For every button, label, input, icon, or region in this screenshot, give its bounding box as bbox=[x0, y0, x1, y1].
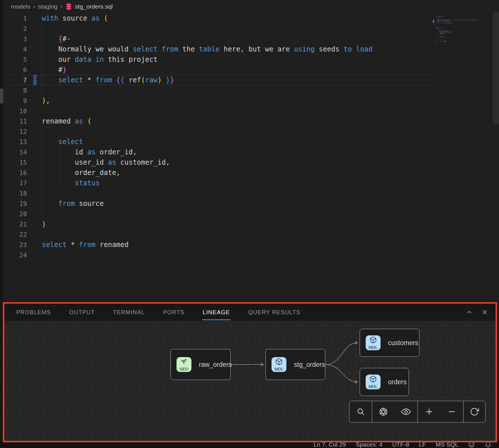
code-line[interactable]: 16 order_date, bbox=[3, 168, 433, 178]
line-number: 14 bbox=[3, 149, 27, 156]
vscode-window: models › staging › stg_orders.sql 1with … bbox=[0, 0, 499, 448]
panel-tab-problems[interactable]: PROBLEMS bbox=[16, 304, 51, 321]
cube-icon bbox=[275, 358, 283, 367]
node-label: stg_orders bbox=[294, 361, 325, 369]
code-line[interactable]: 3 {#- bbox=[3, 34, 433, 44]
status-item-ms-sql[interactable]: MS SQL bbox=[436, 441, 458, 448]
code-line[interactable]: 17 status bbox=[3, 178, 433, 188]
code-editor[interactable]: 1with source as (23 {#-4 Normally we wou… bbox=[3, 13, 433, 260]
breadcrumb-item-staging[interactable]: staging bbox=[38, 3, 58, 10]
code-line[interactable]: 14 id as order_id, bbox=[3, 147, 433, 157]
code-line[interactable]: 9), bbox=[3, 95, 433, 106]
search-button[interactable] bbox=[356, 407, 365, 416]
code-line[interactable]: 11renamed as ( bbox=[3, 116, 433, 126]
code-line[interactable]: 15 user_id as customer_id, bbox=[3, 157, 433, 168]
status-item-ln-7-col-29[interactable]: Ln 7, Col 29 bbox=[314, 441, 346, 448]
line-number: 3 bbox=[3, 35, 27, 43]
panel-tab-terminal[interactable]: TERMINAL bbox=[113, 304, 145, 321]
breadcrumb-file-name[interactable]: stg_orders.sql bbox=[75, 3, 113, 10]
gutter-decoration bbox=[27, 13, 42, 23]
cube-icon bbox=[369, 336, 377, 345]
lineage-node-orders[interactable]: MDLorders bbox=[360, 368, 409, 396]
line-number: 12 bbox=[3, 128, 27, 135]
code-line[interactable]: 21) bbox=[3, 219, 433, 229]
zoom-in-icon bbox=[426, 409, 432, 415]
line-number: 1 bbox=[3, 15, 27, 22]
code-line[interactable]: 4 Normally we would select from the tabl… bbox=[3, 44, 433, 54]
left-rail-scroll-handle[interactable] bbox=[0, 89, 3, 103]
code-line[interactable]: 20 bbox=[3, 209, 433, 219]
code-text: from source bbox=[42, 200, 104, 208]
code-line[interactable]: 18 bbox=[3, 188, 433, 198]
panel-tab-query-results[interactable]: QUERY RESULTS bbox=[248, 304, 300, 321]
line-number: 17 bbox=[3, 180, 27, 187]
notifications-button[interactable] bbox=[485, 441, 492, 448]
indent-guide bbox=[42, 23, 42, 95]
gutter-decoration bbox=[27, 240, 42, 250]
feedback-button[interactable] bbox=[468, 441, 475, 448]
lineage-edges bbox=[3, 321, 496, 441]
minimap-line: select * from {{ ref(raw) }} bbox=[435, 23, 453, 24]
status-item-lf[interactable]: LF bbox=[419, 441, 426, 448]
code-line[interactable]: 8 bbox=[3, 85, 433, 95]
panel-collapse-button[interactable] bbox=[466, 308, 473, 316]
visibility-button[interactable] bbox=[401, 407, 411, 417]
breadcrumb: models › staging › stg_orders.sql bbox=[11, 0, 113, 13]
line-number: 15 bbox=[3, 159, 27, 166]
panel-tab-lineage[interactable]: LINEAGE bbox=[203, 304, 230, 321]
code-line[interactable]: 24 bbox=[3, 250, 433, 260]
line-number: 16 bbox=[3, 169, 27, 176]
panel-close-button[interactable] bbox=[481, 308, 488, 316]
gutter-decoration bbox=[27, 198, 42, 209]
line-number: 6 bbox=[3, 66, 27, 73]
line-number: 23 bbox=[3, 241, 27, 248]
code-text: status bbox=[42, 179, 100, 187]
line-number: 20 bbox=[3, 210, 27, 218]
panel-tab-ports[interactable]: PORTS bbox=[163, 304, 185, 321]
code-line[interactable]: 7 select * from {{ ref(raw) }} bbox=[3, 75, 433, 85]
refresh-button[interactable] bbox=[470, 407, 479, 416]
vertical-scrollbar[interactable] bbox=[493, 12, 499, 124]
code-line[interactable]: 19 from source bbox=[3, 198, 433, 209]
code-line[interactable]: 10 bbox=[3, 106, 433, 116]
lineage-node-customers[interactable]: MDLcustomers bbox=[360, 329, 419, 357]
code-line[interactable]: 22 bbox=[3, 229, 433, 240]
breadcrumb-item-models[interactable]: models bbox=[11, 3, 30, 10]
lineage-node-stg_orders[interactable]: MDLstg_orders bbox=[266, 349, 325, 380]
panel-tab-output[interactable]: OUTPUT bbox=[69, 304, 95, 321]
gutter-decoration bbox=[27, 126, 42, 137]
line-number: 19 bbox=[3, 200, 27, 207]
node-badge-seed: SED bbox=[177, 357, 191, 372]
close-icon bbox=[483, 310, 487, 314]
gutter-decoration bbox=[27, 116, 42, 126]
code-line[interactable]: 12 bbox=[3, 126, 433, 137]
code-line[interactable]: 1with source as ( bbox=[3, 13, 433, 23]
lineage-canvas[interactable]: SEDraw_ordersMDLstg_ordersMDLcustomersMD… bbox=[3, 321, 496, 441]
gutter-decoration bbox=[27, 209, 42, 219]
gutter-decoration bbox=[27, 54, 42, 65]
line-number: 8 bbox=[3, 87, 27, 94]
zoom-out-button[interactable] bbox=[447, 407, 456, 416]
gutter-decoration bbox=[27, 188, 42, 198]
lineage-node-raw_orders[interactable]: SEDraw_orders bbox=[171, 349, 231, 380]
code-line[interactable]: 6 #} bbox=[3, 65, 433, 75]
code-line[interactable]: 5 our data in this project bbox=[3, 54, 433, 65]
gutter-decoration bbox=[27, 95, 42, 106]
code-text: user_id as customer_id, bbox=[42, 158, 170, 166]
status-item-utf-8[interactable]: UTF-8 bbox=[392, 441, 409, 448]
code-text: select bbox=[42, 138, 83, 146]
minimap[interactable]: with source as ( {#- Normally we would s… bbox=[435, 13, 485, 39]
code-line[interactable]: 13 select bbox=[3, 137, 433, 147]
panel-header: PROBLEMSOUTPUTTERMINALPORTSLINEAGEQUERY … bbox=[3, 304, 496, 321]
node-badge-label: MDL bbox=[274, 367, 284, 371]
zoom-in-button[interactable] bbox=[425, 407, 434, 416]
gutter-decoration bbox=[27, 250, 42, 260]
aperture-button[interactable] bbox=[379, 407, 388, 416]
gutter-decoration bbox=[27, 229, 42, 240]
code-line[interactable]: 2 bbox=[3, 23, 433, 34]
node-badge-model: MDL bbox=[272, 357, 286, 372]
gutter-decoration bbox=[27, 106, 42, 116]
status-item-spaces-4[interactable]: Spaces: 4 bbox=[356, 441, 382, 448]
lineage-edge-stg_orders-to-customers bbox=[325, 343, 357, 365]
code-line[interactable]: 23select * from renamed bbox=[3, 240, 433, 250]
